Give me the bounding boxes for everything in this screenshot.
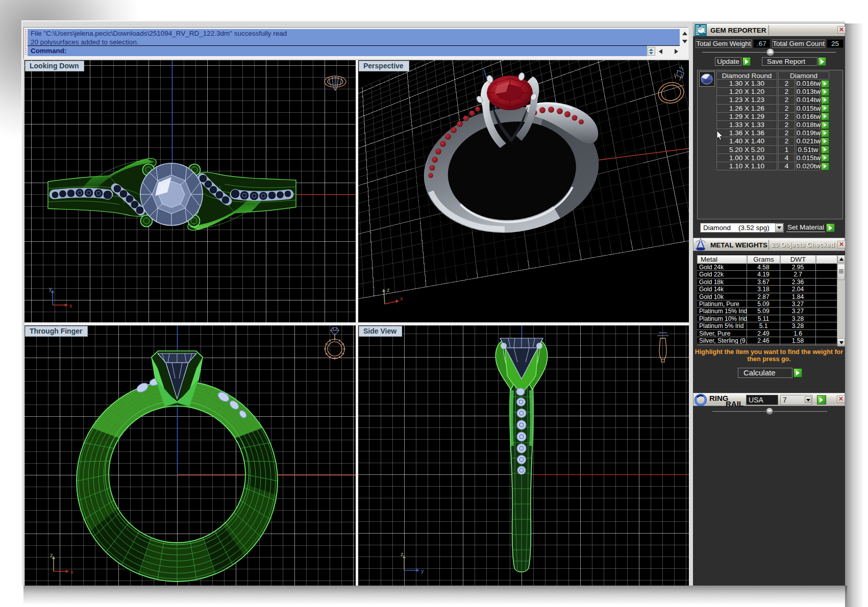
svg-text:x: x bbox=[400, 295, 403, 301]
svg-text:x: x bbox=[70, 569, 73, 575]
svg-text:x: x bbox=[69, 302, 72, 309]
svg-text:z: z bbox=[50, 552, 53, 558]
svg-text:y: y bbox=[421, 568, 424, 574]
svg-text:z: z bbox=[387, 287, 390, 293]
svg-text:z: z bbox=[401, 551, 404, 557]
svg-text:y: y bbox=[49, 286, 52, 292]
